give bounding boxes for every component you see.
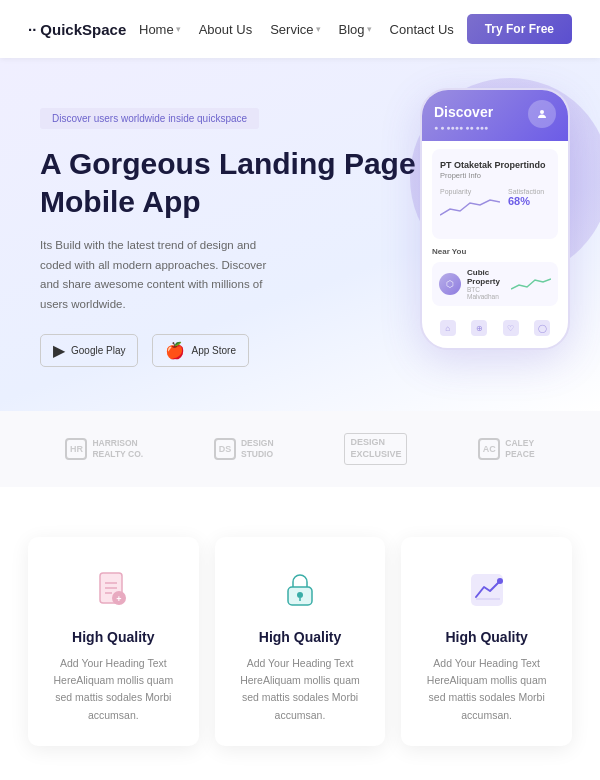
try-for-free-button[interactable]: Try For Free	[467, 14, 572, 44]
feature-title-3: High Quality	[417, 629, 556, 645]
nav-service[interactable]: Service ▾	[270, 22, 320, 37]
listing-sub: BTC Malvadhan	[467, 286, 505, 300]
feature-title-1: High Quality	[44, 629, 183, 645]
phone-header-icon	[528, 100, 556, 128]
phone-company-name: PT Otaketak Propertindo	[440, 160, 550, 170]
feature-icon-2	[275, 565, 325, 615]
feature-icon-3	[462, 565, 512, 615]
logo: ·· QuickSpace	[28, 21, 126, 38]
phone-header-title: Discover	[434, 104, 493, 120]
navbar: ·· QuickSpace Home ▾ About Us Service ▾ …	[0, 0, 600, 58]
listing-name: Cubic Property	[467, 268, 505, 286]
hero-badge: Discover users worldwide inside quickspa…	[40, 108, 259, 129]
app-store-label: App Store	[191, 345, 235, 356]
google-play-icon: ▶	[53, 341, 65, 360]
features-section: + High Quality Add Your Heading Text Her…	[0, 487, 600, 780]
feature-card-1: + High Quality Add Your Heading Text Her…	[28, 537, 199, 746]
lock-icon	[279, 569, 321, 611]
google-play-button[interactable]: ▶ Google Play	[40, 334, 138, 367]
partner-caley-peace: AC CALEYPEACE	[478, 438, 534, 460]
stat1-label: Popularity	[440, 188, 500, 195]
stat2-label: Satisfaction	[508, 188, 544, 195]
feature-desc-1: Add Your Heading Text HereAliquam mollis…	[44, 655, 183, 724]
feature-desc-3: Add Your Heading Text HereAliquam mollis…	[417, 655, 556, 724]
partners-section: HR HARRISONREALTY CO. DS DESIGNSTUDIO DE…	[0, 411, 600, 486]
nav-links: Home ▾ About Us Service ▾ Blog ▾ Contact…	[139, 22, 454, 37]
svg-point-10	[297, 592, 303, 598]
hero-description: Its Build with the latest trend of desig…	[40, 236, 280, 314]
listing-icon: ⬡	[439, 273, 461, 295]
nav-about[interactable]: About Us	[199, 22, 252, 37]
feature-card-3: High Quality Add Your Heading Text HereA…	[401, 537, 572, 746]
nav-home[interactable]: Home ▾	[139, 22, 181, 37]
partner-ac-icon: AC	[478, 438, 500, 460]
phone-nav-user[interactable]: ◯	[534, 320, 550, 336]
google-play-label: Google Play	[71, 345, 125, 356]
svg-point-0	[540, 110, 544, 114]
phone-nav-heart[interactable]: ♡	[503, 320, 519, 336]
phone-company-sub: Properti Info	[440, 171, 550, 180]
svg-text:+: +	[117, 594, 122, 604]
nav-contact[interactable]: Contact Us	[390, 22, 454, 37]
feature-icon-1: +	[88, 565, 138, 615]
popularity-chart	[440, 195, 500, 220]
document-icon: +	[92, 569, 134, 611]
partner-harrison: HR HARRISONREALTY CO.	[65, 438, 143, 460]
hero-section: Discover users worldwide inside quickspa…	[0, 58, 600, 411]
chart-icon	[466, 569, 508, 611]
app-store-button[interactable]: 🍎 App Store	[152, 334, 248, 367]
listing-mini-chart	[511, 275, 551, 293]
partner-harrison-icon: HR	[65, 438, 87, 460]
stat2-value: 68%	[508, 195, 544, 207]
partner-ds-icon: DS	[214, 438, 236, 460]
svg-point-13	[497, 578, 503, 584]
logo-dots: ··	[28, 21, 36, 38]
phone-nav-search[interactable]: ⊕	[471, 320, 487, 336]
feature-card-2: High Quality Add Your Heading Text HereA…	[215, 537, 386, 746]
phone-nav-home[interactable]: ⌂	[440, 320, 456, 336]
feature-title-2: High Quality	[231, 629, 370, 645]
nav-blog[interactable]: Blog ▾	[339, 22, 372, 37]
apple-icon: 🍎	[165, 341, 185, 360]
partner-design-studio: DS DESIGNSTUDIO	[214, 438, 274, 460]
near-you-title: Near You	[432, 247, 558, 256]
partner-design-exclusive: DESIGNEXCLUSIVE	[344, 433, 407, 464]
hero-phone-mockup: Discover ● ● ●●●● ●● ●●● PT Otaketak Pro…	[400, 88, 590, 350]
feature-desc-2: Add Your Heading Text HereAliquam mollis…	[231, 655, 370, 724]
features-grid: + High Quality Add Your Heading Text Her…	[28, 537, 572, 746]
